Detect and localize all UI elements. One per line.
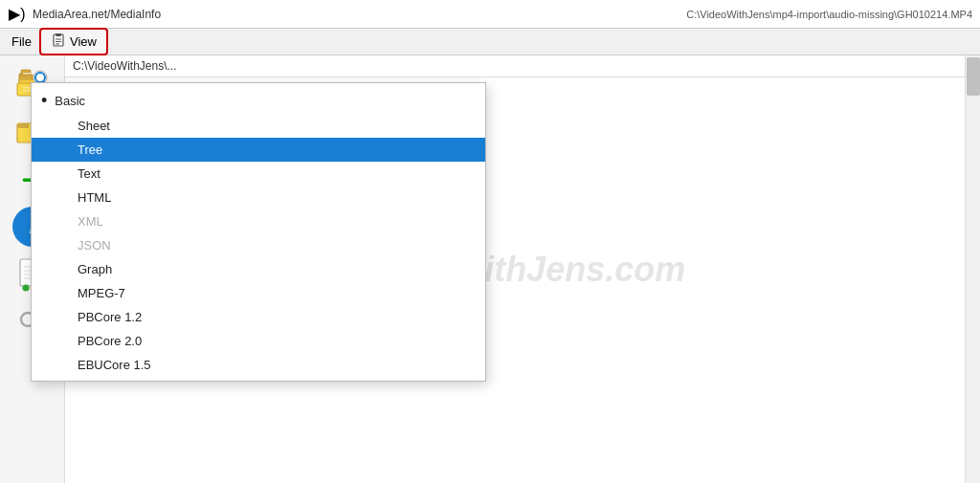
view-menu-button[interactable]: View [39, 28, 108, 55]
file-path-bar: C:\VideoWithJens\... [65, 55, 980, 77]
file-path-text: C:\VideoWithJens\... [73, 59, 177, 73]
dropdown-item-xml-label: XML [78, 214, 103, 229]
svg-point-25 [22, 285, 29, 292]
dropdown-item-pbcore12[interactable]: PBCore 1.2 [32, 305, 485, 329]
bullet-icon: • [41, 92, 47, 109]
dropdown-item-tree[interactable]: Tree [32, 138, 485, 162]
dropdown-item-ebucore15-label: EBUCore 1.5 [78, 358, 151, 372]
svg-rect-16 [17, 123, 29, 128]
dropdown-item-basic-label: Basic [55, 94, 85, 108]
title-bar: ▶) MediaArea.net/MediaInfo C:\VideoWithJ… [0, 0, 980, 29]
dropdown-item-graph-label: Graph [78, 262, 112, 276]
dropdown-item-xml[interactable]: XML [32, 209, 485, 233]
dropdown-item-pbcore12-label: PBCore 1.2 [78, 310, 142, 324]
dropdown-item-text[interactable]: Text [32, 162, 485, 186]
dropdown-item-html-label: HTML [78, 190, 111, 205]
dropdown-item-basic[interactable]: • Basic [32, 87, 485, 114]
svg-rect-9 [23, 73, 42, 75]
dropdown-item-sheet[interactable]: Sheet [32, 114, 485, 138]
view-button-icon [51, 33, 66, 51]
svg-rect-1 [56, 33, 61, 36]
dropdown-item-json-label: JSON [78, 238, 111, 252]
main-area: ➜ i [0, 55, 980, 483]
view-dropdown-menu: • Basic Sheet Tree Text HTML XML JSON [31, 82, 486, 382]
scrollbar-thumb[interactable] [967, 57, 980, 96]
scrollbar[interactable] [965, 55, 980, 483]
title-file-path: C:\VideoWithJens\mp4-import\audio-missin… [686, 9, 972, 20]
file-menu[interactable]: File [4, 32, 39, 52]
app-name: MediaArea.net/MediaInfo [33, 8, 686, 21]
view-label: View [70, 34, 97, 49]
menu-bar: File View [0, 29, 980, 55]
dropdown-item-text-label: Text [78, 166, 100, 181]
dropdown-item-html[interactable]: HTML [32, 186, 485, 209]
app-icon: ▶) [8, 5, 27, 24]
dropdown-item-json[interactable]: JSON [32, 233, 485, 257]
dropdown-item-tree-label: Tree [78, 143, 102, 157]
dropdown-item-pbcore20[interactable]: PBCore 2.0 [32, 329, 485, 353]
dropdown-item-graph[interactable]: Graph [32, 257, 485, 281]
dropdown-item-ebucore15[interactable]: EBUCore 1.5 [32, 353, 485, 377]
dropdown-item-mpeg7[interactable]: MPEG-7 [32, 281, 485, 305]
svg-rect-8 [21, 70, 31, 76]
dropdown-item-sheet-label: Sheet [78, 119, 110, 133]
dropdown-item-pbcore20-label: PBCore 2.0 [78, 334, 142, 348]
dropdown-item-mpeg7-label: MPEG-7 [78, 286, 125, 300]
svg-point-13 [35, 73, 45, 82]
